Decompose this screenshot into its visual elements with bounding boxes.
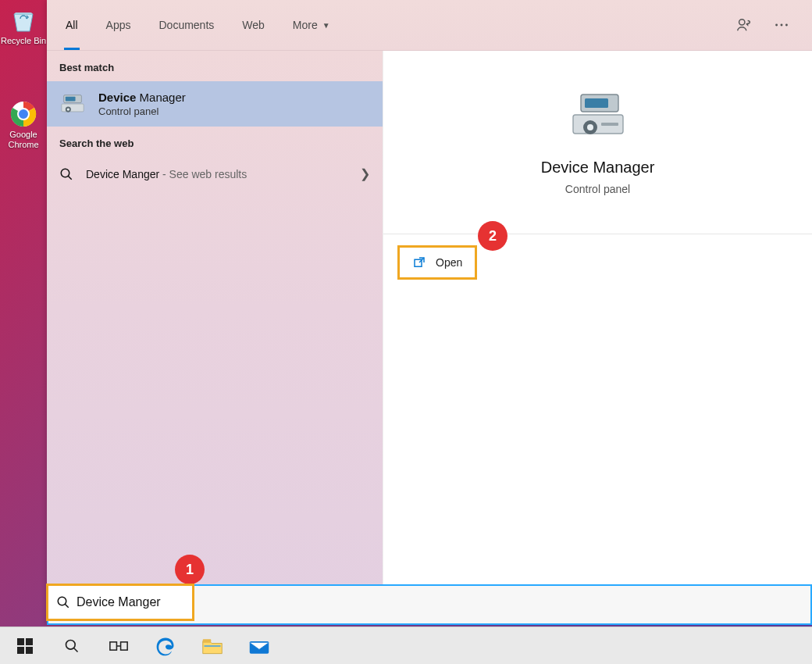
recycle-bin-icon	[8, 5, 39, 36]
device-manager-icon	[59, 91, 86, 117]
open-label: Open	[436, 256, 462, 269]
web-result-text: Device Manger - See web results	[86, 168, 247, 180]
result-device-manager[interactable]: Device Manager Control panel	[47, 81, 383, 127]
mail-icon[interactable]	[236, 627, 283, 665]
svg-rect-21	[17, 638, 24, 645]
search-box[interactable]: Device Manger	[46, 584, 194, 621]
svg-point-25	[66, 640, 76, 649]
svg-rect-14	[585, 98, 608, 108]
search-input[interactable]: Device Manger	[77, 595, 161, 609]
taskbar	[0, 627, 812, 664]
preview-title: Device Manager	[541, 159, 655, 177]
tab-all[interactable]: All	[52, 0, 92, 50]
svg-point-6	[785, 24, 788, 27]
search-strip: Device Manger	[47, 584, 812, 625]
svg-point-5	[781, 24, 783, 27]
tab-web[interactable]: Web	[228, 0, 279, 50]
tab-label: Apps	[106, 19, 131, 31]
web-result-item[interactable]: Device Manger - See web results ❯	[47, 157, 383, 191]
search-input-area[interactable]	[194, 586, 810, 623]
more-options-icon[interactable]	[773, 16, 790, 34]
best-match-label: Best match	[47, 51, 383, 81]
tab-label: More	[293, 19, 318, 31]
search-icon	[59, 167, 73, 181]
svg-rect-26	[110, 641, 117, 649]
tab-label: Documents	[158, 19, 214, 31]
svg-point-20	[58, 597, 66, 605]
svg-rect-28	[203, 639, 212, 642]
tab-label: All	[66, 19, 78, 31]
open-button[interactable]: Open	[397, 245, 477, 280]
tab-label: Web	[242, 19, 265, 31]
search-panel: All Apps Documents Web More ▼ Best ma	[47, 0, 812, 625]
open-icon	[412, 255, 426, 270]
svg-rect-27	[121, 641, 128, 649]
task-view-button[interactable]	[95, 627, 142, 665]
svg-point-4	[775, 24, 778, 27]
svg-rect-9	[62, 104, 84, 112]
svg-point-17	[587, 124, 593, 130]
feedback-icon[interactable]	[735, 16, 753, 34]
svg-rect-24	[26, 647, 33, 654]
desktop-icon-label: Google Chrome	[0, 130, 47, 150]
desktop-icons: Recycle Bin Google Chrome	[0, 0, 47, 156]
edge-icon[interactable]	[142, 627, 189, 665]
result-subtitle: Control panel	[98, 105, 370, 117]
svg-point-12	[61, 169, 69, 177]
chevron-right-icon: ❯	[360, 166, 370, 181]
result-title: Device Manager	[98, 91, 370, 104]
device-manager-icon	[567, 90, 629, 145]
annotation-callout-1: 1	[175, 555, 205, 584]
taskbar-search-button[interactable]	[48, 627, 95, 665]
tab-more[interactable]: More ▼	[279, 0, 344, 50]
file-explorer-icon[interactable]	[189, 627, 236, 665]
svg-rect-23	[17, 647, 24, 654]
svg-rect-29	[205, 645, 221, 647]
start-button[interactable]	[2, 627, 48, 665]
svg-point-11	[67, 108, 69, 110]
preview-subtitle: Control panel	[565, 183, 630, 195]
tab-documents[interactable]: Documents	[144, 0, 228, 50]
tab-apps[interactable]: Apps	[92, 0, 145, 50]
preview-header: Device Manager Control panel 2	[383, 51, 812, 234]
svg-rect-22	[26, 638, 33, 645]
svg-point-3	[739, 20, 745, 25]
desktop-icon-recycle-bin[interactable]: Recycle Bin	[0, 0, 47, 62]
desktop-icon-chrome[interactable]: Google Chrome	[0, 94, 47, 156]
annotation-callout-2: 2	[478, 221, 508, 251]
results-column: Best match Device Manager Control panel	[47, 51, 383, 625]
chevron-down-icon: ▼	[322, 21, 330, 30]
search-tabs-bar: All Apps Documents Web More ▼	[47, 0, 812, 51]
search-web-label: Search the web	[47, 127, 383, 157]
svg-rect-18	[601, 123, 618, 126]
tabs-list: All Apps Documents Web More ▼	[47, 0, 344, 50]
chrome-icon	[8, 98, 39, 130]
preview-column: Device Manager Control panel 2 Open	[383, 51, 812, 625]
svg-rect-8	[66, 97, 76, 102]
search-icon	[56, 595, 70, 609]
desktop-icon-label: Recycle Bin	[1, 36, 46, 46]
